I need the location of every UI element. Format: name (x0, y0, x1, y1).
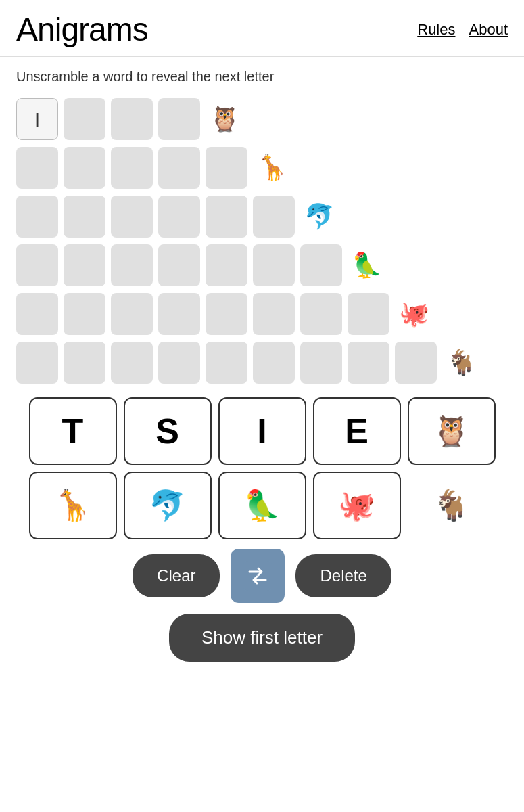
letter-cell[interactable] (348, 342, 389, 384)
clear-button[interactable]: Clear (133, 554, 220, 597)
letter-cell[interactable] (158, 342, 200, 384)
letter-cell[interactable] (158, 98, 200, 140)
letter-cell[interactable] (16, 196, 58, 238)
letter-cell[interactable]: | (16, 98, 58, 140)
letter-cell[interactable] (158, 196, 200, 238)
delete-button[interactable]: Delete (295, 554, 391, 597)
letter-cell[interactable] (64, 147, 105, 189)
app-title: Anigrams (16, 11, 148, 48)
key-row-2: 🦒 🐬 🦜 🐙 🐐 (23, 472, 501, 539)
letter-cell[interactable] (64, 342, 105, 384)
letter-cell[interactable] (158, 147, 200, 189)
letter-cell[interactable] (64, 293, 105, 335)
word-row-1: | 🦉 (16, 98, 508, 140)
letter-cell[interactable] (300, 293, 342, 335)
word-row-2: 🦒 (16, 147, 508, 189)
letter-cell[interactable] (64, 244, 105, 286)
letter-cell[interactable] (300, 342, 342, 384)
letter-cell[interactable] (111, 293, 153, 335)
letter-cell[interactable] (64, 98, 105, 140)
letter-cell[interactable] (206, 196, 247, 238)
letter-cell[interactable] (16, 293, 58, 335)
animal-giraffe: 🦒 (257, 156, 287, 180)
letter-cell[interactable] (348, 293, 389, 335)
animal-owl: 🦉 (210, 107, 240, 131)
key-E[interactable]: E (313, 397, 401, 465)
word-row-4: 🦜 (16, 244, 508, 286)
key-S[interactable]: S (124, 397, 212, 465)
key-owl[interactable]: 🦉 (408, 397, 496, 465)
rules-link[interactable]: Rules (417, 21, 455, 39)
letter-cell[interactable] (253, 293, 295, 335)
animal-goat: 🐐 (446, 351, 477, 375)
subtitle: Unscramble a word to reveal the next let… (0, 57, 524, 91)
keyboard-area: T S I E 🦉 🦒 🐬 🦜 🐙 🐐 (16, 397, 508, 539)
letter-cell[interactable] (253, 196, 295, 238)
header-links: Rules About (417, 21, 508, 39)
letter-cell[interactable] (206, 293, 247, 335)
word-rows: | 🦉 🦒 🐬 (16, 98, 508, 384)
key-parrot[interactable]: 🦜 (218, 472, 306, 539)
animal-dolphin: 🐬 (304, 204, 335, 229)
key-T[interactable]: T (29, 397, 117, 465)
key-goat: 🐐 (408, 472, 496, 539)
letter-cell[interactable] (206, 147, 247, 189)
letter-cell[interactable] (111, 244, 153, 286)
letter-cell[interactable] (16, 244, 58, 286)
swap-button[interactable] (231, 549, 285, 603)
key-I[interactable]: I (218, 397, 306, 465)
letter-cell[interactable] (16, 342, 58, 384)
action-row: Clear Delete (16, 549, 508, 603)
key-giraffe[interactable]: 🦒 (29, 472, 117, 539)
game-area: | 🦉 🦒 🐬 (0, 91, 524, 669)
letter-cell[interactable] (111, 147, 153, 189)
letter-cell[interactable] (158, 244, 200, 286)
letter-cell[interactable] (111, 342, 153, 384)
letter-cell[interactable] (111, 98, 153, 140)
letter-cell[interactable] (64, 196, 105, 238)
letter-cell[interactable] (111, 196, 153, 238)
key-dolphin[interactable]: 🐬 (124, 472, 212, 539)
letter-cell[interactable] (395, 342, 437, 384)
about-link[interactable]: About (469, 21, 508, 39)
word-row-3: 🐬 (16, 196, 508, 238)
letter-cell[interactable] (253, 244, 295, 286)
animal-parrot: 🦜 (352, 253, 382, 277)
letter-cell[interactable] (158, 293, 200, 335)
letter-cell[interactable] (206, 342, 247, 384)
letter-cell[interactable] (206, 244, 247, 286)
key-row-1: T S I E 🦉 (23, 397, 501, 465)
key-octopus[interactable]: 🐙 (313, 472, 401, 539)
word-row-6: 🐐 (16, 342, 508, 384)
letter-cell[interactable] (253, 342, 295, 384)
word-row-5: 🐙 (16, 293, 508, 335)
letter-cell[interactable] (300, 244, 342, 286)
animal-octopus: 🐙 (399, 302, 429, 326)
show-first-letter-button[interactable]: Show first letter (169, 614, 355, 662)
letter-cell[interactable] (16, 147, 58, 189)
